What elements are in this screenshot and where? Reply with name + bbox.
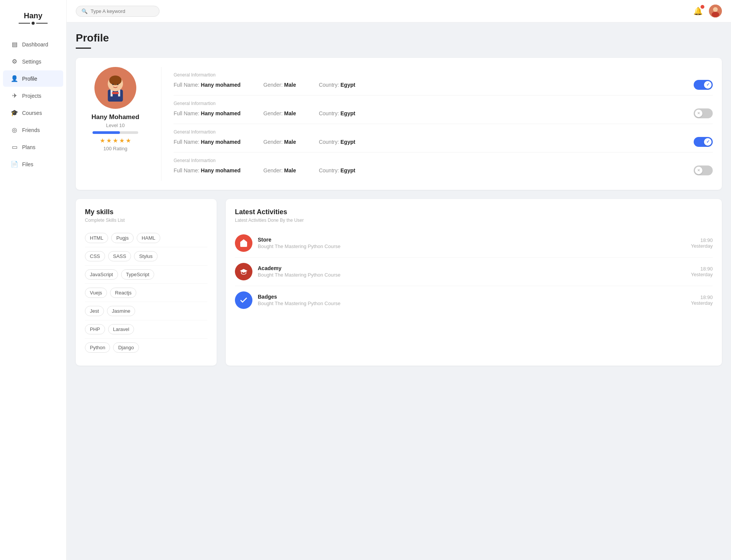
badges-name: Badges bbox=[258, 294, 686, 300]
notification-icon[interactable]: 🔔 bbox=[693, 6, 703, 16]
progress-fill bbox=[93, 131, 120, 134]
info-row-3: General Informartion Full Name: Hany moh… bbox=[174, 124, 713, 153]
profile-left: Hany Mohamed Level 10 ★ ★ ★ ★ ★ 100 Rati… bbox=[85, 67, 146, 181]
skills-group-1: HTML Pugjs HAML bbox=[85, 229, 207, 247]
skill-haml[interactable]: HAML bbox=[137, 233, 160, 243]
sidebar-item-dashboard[interactable]: ▤ Dashboard bbox=[3, 36, 63, 52]
sidebar-item-label: Plans bbox=[22, 144, 35, 150]
fullname-field-4: Full Name: Hany mohamed bbox=[174, 167, 241, 173]
academy-time-value: 18:90 bbox=[691, 266, 713, 272]
page-body: Profile bbox=[67, 22, 731, 560]
toggle-3[interactable] bbox=[694, 137, 713, 147]
skill-laravel[interactable]: Laravel bbox=[108, 324, 134, 334]
rating-text: 100 Rating bbox=[104, 146, 128, 151]
svg-rect-5 bbox=[108, 89, 123, 102]
country-field-2: Country: Egypt bbox=[319, 110, 355, 116]
gender-field-3: Gender: Male bbox=[263, 139, 296, 145]
page-title: Profile bbox=[76, 32, 722, 45]
country-field-4: Country: Egypt bbox=[319, 167, 355, 173]
sidebar-item-courses[interactable]: 🎓 Courses bbox=[3, 105, 63, 121]
toggle-thumb-3 bbox=[704, 138, 712, 146]
sidebar-item-label: Files bbox=[22, 161, 34, 167]
skill-vuejs[interactable]: Vuejs bbox=[85, 288, 107, 298]
badges-icon bbox=[235, 291, 252, 309]
activities-subtitle: Latest Activities Done By the User bbox=[235, 218, 713, 223]
academy-info: Academy Bought The Mastering Python Cour… bbox=[258, 265, 686, 278]
bottom-section: My skills Complete Skills List HTML Pugj… bbox=[76, 199, 722, 366]
skills-group-5: Jest Jasmine bbox=[85, 302, 207, 320]
search-icon: 🔍 bbox=[81, 8, 88, 14]
skill-jest[interactable]: Jest bbox=[85, 306, 104, 316]
sidebar-item-profile[interactable]: 👤 Profile bbox=[3, 70, 63, 87]
profile-avatar bbox=[94, 67, 136, 109]
dashboard-icon: ▤ bbox=[11, 41, 18, 48]
svg-point-2 bbox=[712, 12, 719, 17]
settings-icon: ⚙ bbox=[11, 58, 18, 65]
svg-point-12 bbox=[117, 84, 119, 85]
skill-django[interactable]: Django bbox=[113, 342, 139, 353]
info-fields-2: Full Name: Hany mohamed Gender: Male Cou… bbox=[174, 108, 713, 118]
toggle-1[interactable] bbox=[694, 80, 713, 90]
skill-css[interactable]: CSS bbox=[85, 251, 105, 261]
sidebar-item-files[interactable]: 📄 Files bbox=[3, 156, 63, 172]
avatar[interactable] bbox=[709, 5, 722, 18]
skill-python[interactable]: Python bbox=[85, 342, 110, 353]
skills-group-4: Vuejs Reactjs bbox=[85, 284, 207, 302]
skills-group-2: CSS SASS Stylus bbox=[85, 247, 207, 266]
toggle-4[interactable] bbox=[694, 165, 713, 175]
search-box[interactable]: 🔍 bbox=[76, 6, 160, 17]
fullname-field-1: Full Name: Hany mohamed bbox=[174, 82, 241, 88]
sidebar-item-friends[interactable]: ◎ Friends bbox=[3, 122, 63, 138]
skill-jasmine[interactable]: Jasmine bbox=[107, 306, 135, 316]
info-row-4: General Informartion Full Name: Hany moh… bbox=[174, 153, 713, 181]
profile-info: General Informartion Full Name: Hany moh… bbox=[161, 67, 713, 181]
skill-sass[interactable]: SASS bbox=[108, 251, 131, 261]
badges-info: Badges Bought The Mastering Python Cours… bbox=[258, 294, 686, 306]
projects-icon: ✈ bbox=[11, 92, 18, 99]
store-time: 18:90 Yesterday bbox=[691, 237, 713, 249]
info-fields-4: Full Name: Hany mohamed Gender: Male Cou… bbox=[174, 165, 713, 175]
sidebar-item-projects[interactable]: ✈ Projects bbox=[3, 88, 63, 104]
activity-academy: Academy Bought The Mastering Python Cour… bbox=[235, 258, 713, 286]
skill-reactjs[interactable]: Reactjs bbox=[110, 288, 136, 298]
gender-field-1: Gender: Male bbox=[263, 82, 296, 88]
sidebar-item-label: Courses bbox=[22, 110, 42, 116]
toggle-thumb-1 bbox=[704, 81, 712, 89]
country-field-3: Country: Egypt bbox=[319, 139, 355, 145]
progress-bar bbox=[93, 131, 138, 134]
sidebar-item-settings[interactable]: ⚙ Settings bbox=[3, 53, 63, 70]
courses-icon: 🎓 bbox=[11, 109, 18, 116]
skill-typescript[interactable]: TypeScript bbox=[121, 269, 154, 280]
skill-stylus[interactable]: Stylus bbox=[134, 251, 157, 261]
toggle-wrap-1 bbox=[694, 80, 713, 90]
header-right: 🔔 bbox=[693, 5, 722, 18]
academy-desc: Bought The Mastering Python Course bbox=[258, 272, 686, 278]
friends-icon: ◎ bbox=[11, 126, 18, 134]
store-time-label: Yesterday bbox=[691, 243, 713, 249]
skill-html[interactable]: HTML bbox=[85, 233, 108, 243]
skill-javascript[interactable]: JavaScript bbox=[85, 269, 118, 280]
info-fields-3: Full Name: Hany mohamed Gender: Male Cou… bbox=[174, 137, 713, 147]
academy-time: 18:90 Yesterday bbox=[691, 266, 713, 277]
search-input[interactable] bbox=[91, 8, 154, 14]
store-info: Store Bought The Mastering Python Course bbox=[258, 237, 686, 249]
sidebar-item-label: Settings bbox=[22, 59, 41, 65]
badges-time-label: Yesterday bbox=[691, 300, 713, 306]
info-row-1: General Informartion Full Name: Hany moh… bbox=[174, 67, 713, 95]
toggle-2[interactable] bbox=[694, 108, 713, 118]
sidebar-item-plans[interactable]: ▭ Plans bbox=[3, 139, 63, 155]
activity-badges: Badges Bought The Mastering Python Cours… bbox=[235, 286, 713, 314]
info-label-4: General Informartion bbox=[174, 158, 713, 163]
header: 🔍 🔔 bbox=[67, 0, 731, 22]
activity-store: Store Bought The Mastering Python Course… bbox=[235, 229, 713, 258]
skills-group-6: PHP Laravel bbox=[85, 320, 207, 339]
info-label-2: General Informartion bbox=[174, 101, 713, 106]
skill-pugjs[interactable]: Pugjs bbox=[111, 233, 134, 243]
profile-icon: 👤 bbox=[11, 75, 18, 82]
fullname-field-3: Full Name: Hany mohamed bbox=[174, 139, 241, 145]
skill-php[interactable]: PHP bbox=[85, 324, 105, 334]
stars: ★ ★ ★ ★ ★ bbox=[100, 137, 131, 144]
toggle-wrap-4 bbox=[694, 165, 713, 175]
academy-icon bbox=[235, 263, 252, 280]
files-icon: 📄 bbox=[11, 161, 18, 168]
